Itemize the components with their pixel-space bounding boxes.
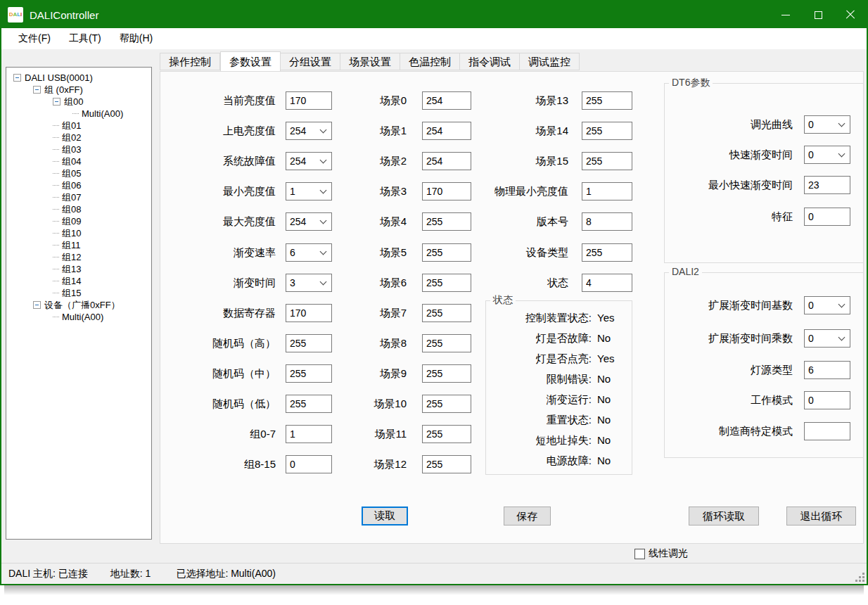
field-input[interactable] bbox=[422, 425, 471, 443]
minimize-button[interactable] bbox=[770, 1, 802, 28]
field-input[interactable] bbox=[422, 395, 471, 413]
field-input[interactable] bbox=[804, 176, 850, 194]
save-button[interactable]: 保存 bbox=[504, 507, 551, 526]
status-row: 灯是否故障:No bbox=[486, 331, 632, 345]
field-combobox[interactable]: 0 bbox=[804, 329, 850, 348]
tab-0[interactable]: 操作控制 bbox=[160, 53, 220, 70]
tree-item[interactable]: Multi(A00) bbox=[8, 108, 151, 120]
status-row-value: No bbox=[597, 433, 611, 447]
field-input[interactable] bbox=[582, 274, 632, 292]
tree-item[interactable]: Multi(A00) bbox=[8, 311, 151, 323]
field-row: 最小快速渐变时间 bbox=[665, 176, 863, 194]
tree-item[interactable]: 组10 bbox=[8, 227, 151, 239]
close-button[interactable] bbox=[834, 1, 867, 28]
menu-item-0[interactable]: 文件(F) bbox=[13, 30, 56, 48]
field-input[interactable] bbox=[804, 208, 850, 226]
field-label: 灯源类型 bbox=[673, 361, 793, 379]
field-label: 场景14 bbox=[470, 122, 568, 140]
tree-item[interactable]: 组09 bbox=[8, 215, 151, 227]
field-input[interactable] bbox=[422, 334, 471, 352]
tree-collapse-icon[interactable] bbox=[13, 74, 21, 82]
field-label: 扩展渐变时间乘数 bbox=[673, 329, 793, 348]
tree-item-label: 组00 bbox=[64, 96, 83, 108]
tree-item[interactable]: 组02 bbox=[8, 132, 151, 144]
status-row-label: 灯是否点亮: bbox=[490, 352, 592, 366]
tree-collapse-icon[interactable] bbox=[33, 86, 41, 94]
maximize-button[interactable] bbox=[802, 1, 834, 28]
read-button[interactable]: 读取 bbox=[362, 507, 408, 526]
field-combobox[interactable]: 0 bbox=[804, 296, 850, 314]
window-title: DALIController bbox=[30, 9, 98, 21]
tree-item[interactable]: 组15 bbox=[8, 287, 151, 299]
field-input[interactable] bbox=[582, 212, 632, 231]
tab-3[interactable]: 场景设置 bbox=[340, 53, 400, 70]
tree-item[interactable]: 组05 bbox=[8, 167, 151, 179]
tree-item[interactable]: 组14 bbox=[8, 275, 151, 287]
field-input[interactable] bbox=[582, 122, 632, 140]
tree-item[interactable]: 设备（广播0xFF） bbox=[8, 299, 151, 311]
tab-5[interactable]: 指令调试 bbox=[460, 53, 520, 70]
tree-item-label: 组11 bbox=[62, 239, 81, 252]
status-row-value: No bbox=[597, 413, 611, 427]
tab-6[interactable]: 调试监控 bbox=[520, 53, 580, 70]
linear-dimming-checkbox[interactable] bbox=[634, 549, 645, 559]
field-input[interactable] bbox=[422, 455, 471, 473]
status-row: 灯是否点亮:Yes bbox=[486, 352, 632, 366]
tree-collapse-icon[interactable] bbox=[53, 98, 60, 106]
menu-item-1[interactable]: 工具(T) bbox=[63, 30, 107, 48]
field-input[interactable] bbox=[804, 361, 850, 379]
tree-item-label: 组02 bbox=[62, 132, 81, 144]
exit-loop-button[interactable]: 退出循环 bbox=[786, 507, 856, 526]
menu-item-2[interactable]: 帮助(H) bbox=[114, 30, 158, 48]
field-row: 工作模式 bbox=[665, 391, 863, 409]
menu-bar: 文件(F)工具(T)帮助(H) bbox=[1, 28, 867, 49]
field-combobox[interactable]: 0 bbox=[804, 115, 850, 134]
tab-4[interactable]: 色温控制 bbox=[400, 53, 460, 70]
status-row-value: No bbox=[597, 454, 611, 468]
resize-grip-icon[interactable] bbox=[862, 580, 864, 582]
tree-item[interactable]: DALI USB(0001) bbox=[8, 72, 151, 84]
field-input[interactable] bbox=[804, 391, 850, 409]
field-input[interactable] bbox=[582, 152, 632, 170]
field-input[interactable] bbox=[582, 91, 632, 110]
tree-collapse-icon[interactable] bbox=[33, 301, 41, 309]
tree-item[interactable]: 组01 bbox=[8, 120, 151, 132]
tree-item-label: 组13 bbox=[62, 263, 81, 276]
tree-item[interactable]: 组13 bbox=[8, 263, 151, 275]
tree-item[interactable]: 组04 bbox=[8, 155, 151, 167]
tree-item-label: 组06 bbox=[62, 179, 81, 192]
status-row-label: 电源故障: bbox=[490, 454, 592, 468]
tree-item[interactable]: 组 (0xFF) bbox=[8, 84, 151, 96]
tree-item-label: 组12 bbox=[62, 251, 81, 264]
field-input[interactable] bbox=[422, 364, 471, 383]
tree-item[interactable]: 组03 bbox=[8, 144, 151, 155]
field-input[interactable] bbox=[582, 243, 632, 262]
field-input[interactable] bbox=[804, 422, 850, 440]
tree-item[interactable]: 组11 bbox=[8, 239, 151, 251]
status-row-value: No bbox=[597, 393, 611, 407]
tree-item[interactable]: 组00 bbox=[8, 96, 151, 108]
tab-1[interactable]: 参数设置 bbox=[220, 51, 281, 71]
field-input[interactable] bbox=[422, 304, 471, 322]
tree-item-label: 组10 bbox=[62, 227, 81, 240]
status-row-label: 短地址掉失: bbox=[490, 433, 592, 447]
combobox-value: 0 bbox=[805, 149, 839, 160]
tree-item[interactable]: 组06 bbox=[8, 179, 151, 191]
combobox-value: 0 bbox=[805, 333, 839, 344]
tree-item-label: 组07 bbox=[62, 191, 81, 204]
tree-item-label: 组04 bbox=[62, 155, 81, 168]
tree-leaf-dash bbox=[53, 197, 59, 198]
loop-read-button[interactable]: 循环读取 bbox=[689, 507, 759, 526]
status-row-value: Yes bbox=[597, 352, 614, 366]
tree-item[interactable]: 组08 bbox=[8, 203, 151, 215]
field-input[interactable] bbox=[582, 182, 632, 200]
field-combobox[interactable]: 0 bbox=[804, 146, 850, 164]
tree-item[interactable]: 组07 bbox=[8, 191, 151, 203]
tree-item[interactable]: 组12 bbox=[8, 251, 151, 263]
tree-leaf-dash bbox=[72, 113, 79, 114]
tab-2[interactable]: 分组设置 bbox=[281, 53, 340, 70]
dt6-group-title: DT6参数 bbox=[669, 77, 713, 89]
dali2-groupbox: DALI2 扩展渐变时间基数0扩展渐变时间乘数0灯源类型工作模式制造商特定模式 bbox=[664, 272, 864, 458]
field-label: 特征 bbox=[673, 208, 793, 226]
tree-item-label: 组09 bbox=[62, 215, 81, 228]
